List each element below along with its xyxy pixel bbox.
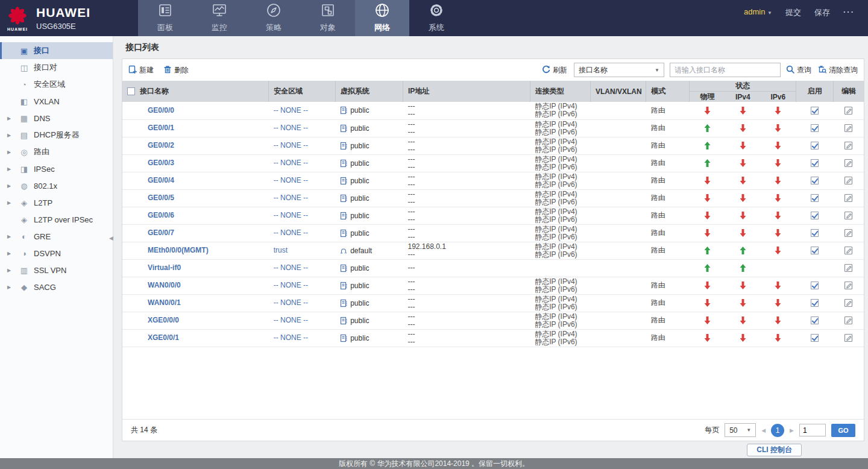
select-all-checkbox[interactable] <box>127 87 135 95</box>
interface-link[interactable]: WAN0/0/0 <box>148 281 181 289</box>
interface-link[interactable]: GE0/0/6 <box>148 211 174 219</box>
zone-link[interactable]: -- NONE -- <box>274 316 308 324</box>
go-button[interactable]: GO <box>831 424 855 437</box>
sidebar-item-l2tp-over-ipsec[interactable]: ◈L2TP over IPSec <box>0 211 113 228</box>
sidebar-item-security-zone[interactable]: ◔安全区域 <box>0 76 113 93</box>
edit-icon[interactable] <box>844 228 853 237</box>
sidebar-item-gre[interactable]: ▶◐GRE <box>0 228 113 245</box>
interface-link[interactable]: GE0/0/5 <box>148 194 174 202</box>
edit-icon[interactable] <box>844 141 853 150</box>
expand-arrow-icon[interactable]: ▶ <box>7 183 11 189</box>
enable-checkbox[interactable] <box>811 194 819 202</box>
expand-arrow-icon[interactable]: ▶ <box>7 234 11 239</box>
enable-checkbox[interactable] <box>811 299 819 307</box>
sidebar-item-dns[interactable]: ▶▦DNS <box>0 110 113 127</box>
edit-icon[interactable] <box>844 124 853 132</box>
expand-arrow-icon[interactable]: ▶ <box>7 116 11 121</box>
save-button[interactable]: 保存 <box>814 7 830 18</box>
interface-link[interactable]: GE0/0/4 <box>148 176 174 184</box>
zone-link[interactable]: -- NONE -- <box>274 281 308 289</box>
expand-arrow-icon[interactable]: ▶ <box>7 251 11 256</box>
user-menu[interactable]: admin ▼ <box>744 7 772 16</box>
edit-icon[interactable] <box>844 316 853 324</box>
enable-checkbox[interactable] <box>811 212 819 219</box>
interface-link[interactable]: Virtual-if0 <box>148 263 181 272</box>
sidebar-item-dhcp-server[interactable]: ▶▤DHCP服务器 <box>0 127 113 143</box>
prev-page-icon[interactable]: ◀ <box>761 427 766 433</box>
expand-arrow-icon[interactable]: ▶ <box>7 268 11 273</box>
sidebar-item-vxlan[interactable]: ◧VXLAN <box>0 93 113 110</box>
zone-link[interactable]: -- NONE -- <box>274 106 308 115</box>
refresh-button[interactable]: 刷新 <box>542 65 567 75</box>
sidebar-collapse-handle[interactable]: ◀ <box>109 235 113 241</box>
search-input[interactable] <box>670 63 781 77</box>
enable-checkbox[interactable] <box>811 124 819 132</box>
nav-tab-monitor[interactable]: 监控 <box>192 0 247 36</box>
current-page[interactable]: 1 <box>771 424 784 437</box>
sidebar-item-sacg[interactable]: ▶◆SACG <box>0 279 113 295</box>
edit-icon[interactable] <box>844 263 853 272</box>
interface-link[interactable]: GE0/0/0 <box>148 106 174 115</box>
sidebar-item-dsvpn[interactable]: ▶◑DSVPN <box>0 245 113 262</box>
expand-arrow-icon[interactable]: ▶ <box>7 150 11 155</box>
sidebar-item-l2tp[interactable]: ▶◈L2TP <box>0 194 113 211</box>
edit-icon[interactable] <box>844 159 853 167</box>
nav-tab-object[interactable]: 对象 <box>301 0 355 36</box>
interface-link[interactable]: GE0/0/7 <box>148 228 174 237</box>
next-page-icon[interactable]: ▶ <box>790 427 794 433</box>
edit-icon[interactable] <box>844 176 853 184</box>
delete-button[interactable]: 删除 <box>163 65 189 75</box>
expand-arrow-icon[interactable]: ▶ <box>7 285 11 290</box>
zone-link[interactable]: -- NONE -- <box>274 124 308 132</box>
goto-page-input[interactable] <box>799 424 826 436</box>
interface-link[interactable]: WAN0/0/1 <box>148 298 181 307</box>
zone-link[interactable]: -- NONE -- <box>274 211 308 219</box>
sidebar-item-route[interactable]: ▶◎路由 <box>0 143 113 160</box>
interface-link[interactable]: MEth0/0/0(MGMT) <box>148 246 209 254</box>
zone-link[interactable]: -- NONE -- <box>274 333 308 342</box>
zone-link[interactable]: -- NONE -- <box>274 159 308 167</box>
per-page-select[interactable]: 50▼ <box>725 423 756 437</box>
zone-link[interactable]: -- NONE -- <box>274 141 308 150</box>
sidebar-item-ssl-vpn[interactable]: ▶▥SSL VPN <box>0 262 113 279</box>
interface-link[interactable]: GE0/0/3 <box>148 159 174 167</box>
zone-link[interactable]: -- NONE -- <box>274 228 308 237</box>
zone-link[interactable]: -- NONE -- <box>274 298 308 307</box>
sidebar-item-dot1x[interactable]: ▶◍802.1x <box>0 177 113 194</box>
sidebar-item-interface[interactable]: ▣接口 <box>0 42 113 59</box>
zone-link[interactable]: trust <box>274 246 288 254</box>
query-button[interactable]: 查询 <box>786 65 811 75</box>
edit-icon[interactable] <box>844 246 853 254</box>
nav-tab-policy[interactable]: 策略 <box>247 0 301 36</box>
interface-link[interactable]: GE0/0/2 <box>148 141 174 150</box>
submit-button[interactable]: 提交 <box>785 7 801 18</box>
filter-field-select[interactable]: 接口名称▼ <box>574 63 664 77</box>
interface-link[interactable]: XGE0/0/1 <box>148 333 179 342</box>
enable-checkbox[interactable] <box>811 316 819 324</box>
edit-icon[interactable] <box>844 211 853 219</box>
edit-icon[interactable] <box>844 298 853 307</box>
sidebar-item-ipsec[interactable]: ▶◨IPSec <box>0 160 113 177</box>
edit-icon[interactable] <box>844 281 853 289</box>
edit-icon[interactable] <box>844 194 853 202</box>
sidebar-item-interface-pair[interactable]: ◫接口对 <box>0 59 113 76</box>
zone-link[interactable]: -- NONE -- <box>274 263 308 272</box>
enable-checkbox[interactable] <box>811 229 819 237</box>
enable-checkbox[interactable] <box>811 177 819 184</box>
enable-checkbox[interactable] <box>811 142 819 150</box>
cli-console-button[interactable]: CLI 控制台 <box>747 444 802 456</box>
expand-arrow-icon[interactable]: ▶ <box>7 200 11 206</box>
enable-checkbox[interactable] <box>811 107 819 115</box>
clear-query-button[interactable]: 清除查询 <box>818 65 858 75</box>
edit-icon[interactable] <box>844 333 853 342</box>
enable-checkbox[interactable] <box>811 282 819 289</box>
nav-tab-system[interactable]: 系统 <box>409 0 464 36</box>
interface-link[interactable]: GE0/0/1 <box>148 124 174 132</box>
enable-checkbox[interactable] <box>811 159 819 167</box>
new-button[interactable]: 新建 <box>128 65 154 75</box>
interface-link[interactable]: XGE0/0/0 <box>148 316 179 324</box>
more-menu[interactable]: ··· <box>843 7 855 16</box>
enable-checkbox[interactable] <box>811 334 819 342</box>
enable-checkbox[interactable] <box>811 247 819 254</box>
nav-tab-network[interactable]: 网络 <box>355 0 409 36</box>
